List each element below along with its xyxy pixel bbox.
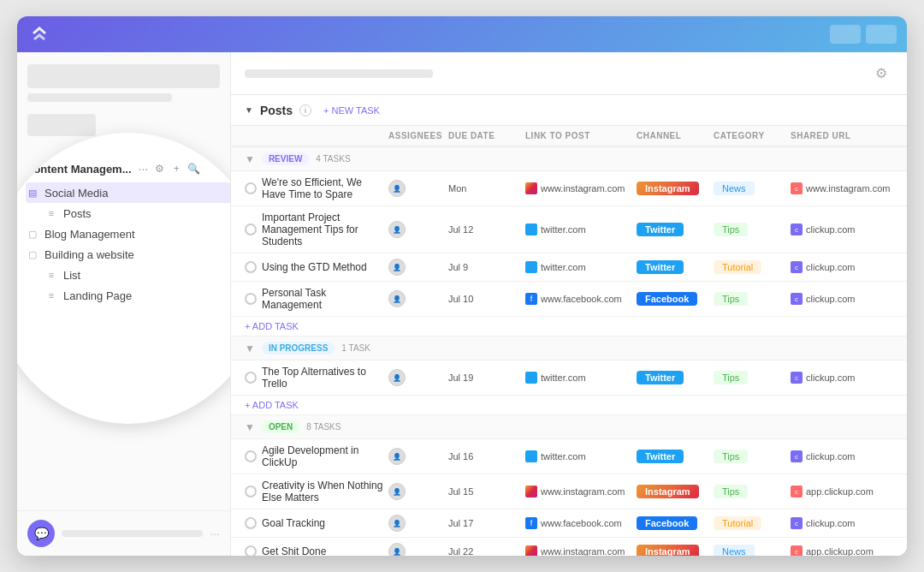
section-title: Posts bbox=[260, 104, 293, 117]
task-status-dot bbox=[245, 261, 257, 273]
sidebar-avatar-button[interactable] bbox=[27, 114, 96, 136]
category-badge: Tutorial bbox=[714, 516, 761, 530]
main-area: Content Managem... ··· ⚙ + 🔍 ▤ Social Me… bbox=[17, 52, 907, 556]
table-row[interactable]: Personal Task Management 👤 Jul 10 f www.… bbox=[231, 282, 907, 317]
task-name: Personal Task Management bbox=[245, 287, 388, 311]
assignee-cell: 👤 bbox=[388, 369, 448, 386]
main-content: ⚙ ▼ Posts i + NEW TASK ASSIGNEES DUE DAT… bbox=[231, 52, 907, 556]
maximize-button[interactable] bbox=[866, 25, 897, 44]
assignee-avatar: 👤 bbox=[388, 180, 406, 197]
chat-bubble[interactable]: 💬 bbox=[27, 520, 55, 547]
folder-icon-2: ▢ bbox=[26, 247, 39, 261]
table-row[interactable]: Agile Development in ClickUp 👤 Jul 16 tw… bbox=[231, 439, 907, 474]
sidebar-search-icon[interactable]: 🔍 bbox=[187, 163, 199, 175]
group-header: ▼ OPEN 8 TASKS bbox=[231, 414, 907, 439]
assignee-avatar: 👤 bbox=[388, 483, 406, 500]
add-task-row[interactable]: + ADD TASK bbox=[231, 317, 907, 336]
link-to-post-cell: twitter.com bbox=[525, 372, 637, 384]
section-info-icon[interactable]: i bbox=[299, 104, 311, 116]
shared-url-cell: c clickup.com bbox=[791, 261, 893, 273]
shared-url-cell: c clickup.com bbox=[791, 517, 893, 529]
sidebar-project-dots[interactable]: ··· bbox=[139, 162, 149, 176]
link-to-post-cell: www.instagram.com bbox=[525, 182, 637, 194]
link-platform-icon bbox=[525, 545, 537, 556]
sidebar-item-landing[interactable]: ≡ Landing Page bbox=[26, 285, 231, 306]
shared-icon-alt: c bbox=[791, 545, 803, 556]
add-task-row[interactable]: + ADD TASK bbox=[231, 396, 907, 414]
section-collapse-arrow[interactable]: ▼ bbox=[245, 105, 253, 115]
list-icon-2: ≡ bbox=[44, 268, 58, 282]
due-date-cell: Jul 16 bbox=[448, 451, 525, 462]
channel-cell: Instagram bbox=[637, 486, 714, 498]
table-container[interactable]: ASSIGNEES DUE DATE LINK TO POST CHANNEL … bbox=[231, 126, 907, 556]
main-header-bar bbox=[245, 69, 433, 78]
folder-closed-icon: ▢ bbox=[26, 227, 39, 241]
table-row[interactable]: Using the GTD Method 👤 Jul 9 twitter.com… bbox=[231, 253, 907, 282]
new-task-button[interactable]: + NEW TASK bbox=[318, 104, 385, 117]
sidebar-item-blog[interactable]: ▢ Blog Management bbox=[26, 223, 231, 244]
task-name: The Top Alternatives to Trello bbox=[245, 366, 388, 390]
link-to-post-cell: f www.facebook.com bbox=[525, 517, 637, 529]
shared-url-cell: c clickup.com bbox=[791, 223, 893, 235]
link-platform-icon: f bbox=[525, 517, 537, 529]
task-name: Using the GTD Method bbox=[245, 261, 388, 273]
main-header: ⚙ bbox=[231, 52, 907, 95]
col-shared-url: SHARED URL bbox=[791, 131, 893, 140]
category-cell: Tips bbox=[714, 372, 791, 384]
channel-badge: Facebook bbox=[637, 292, 697, 306]
table-row[interactable]: Get Shit Done 👤 Jul 22 www.instagram.com… bbox=[231, 538, 907, 556]
table-row[interactable]: We're so Efficient, We Have Time to Spar… bbox=[231, 171, 907, 206]
list-icon-3: ≡ bbox=[44, 289, 58, 302]
shared-icon-main: c bbox=[791, 372, 803, 384]
shared-url-cell: c clickup.com bbox=[791, 450, 893, 462]
channel-cell: Twitter bbox=[637, 450, 714, 462]
assignee-avatar: 👤 bbox=[388, 515, 406, 532]
sidebar-add-icon[interactable]: + bbox=[170, 163, 182, 175]
assignee-avatar: 👤 bbox=[388, 369, 406, 386]
assignee-avatar: 👤 bbox=[388, 259, 406, 276]
group-status-badge: OPEN bbox=[262, 420, 299, 433]
table-row[interactable]: The Top Alternatives to Trello 👤 Jul 19 … bbox=[231, 360, 907, 396]
category-cell: News bbox=[714, 545, 791, 556]
category-badge: Tutorial bbox=[714, 260, 761, 274]
col-channel: CHANNEL bbox=[637, 131, 714, 140]
sidebar-item-website[interactable]: ▢ Building a website ··· bbox=[26, 244, 231, 265]
main-toolbar: ▼ Posts i + NEW TASK bbox=[231, 95, 907, 126]
shared-icon-main: c bbox=[791, 261, 803, 273]
group-collapse-icon[interactable]: ▼ bbox=[245, 343, 255, 355]
folder-open-icon: ▤ bbox=[26, 186, 39, 200]
sidebar-settings-icon[interactable]: ⚙ bbox=[153, 163, 165, 175]
assignee-cell: 👤 bbox=[388, 259, 448, 276]
link-to-post-cell: www.instagram.com bbox=[525, 545, 637, 556]
sidebar-item-social-media[interactable]: ▤ Social Media ··· bbox=[26, 182, 231, 203]
group-collapse-icon[interactable]: ▼ bbox=[245, 153, 255, 165]
task-name: Agile Development in ClickUp bbox=[245, 444, 388, 468]
due-date-cell: Jul 9 bbox=[448, 262, 525, 272]
due-date-cell: Jul 10 bbox=[448, 294, 525, 304]
task-name: Important Project Management Tips for St… bbox=[245, 212, 388, 247]
group-collapse-icon[interactable]: ▼ bbox=[245, 421, 255, 433]
category-cell: Tips bbox=[714, 223, 791, 235]
assignee-avatar: 👤 bbox=[388, 448, 406, 465]
group-status-badge: REVIEW bbox=[262, 152, 309, 165]
assignee-avatar: 👤 bbox=[388, 221, 406, 238]
minimize-button[interactable] bbox=[830, 25, 861, 44]
settings-icon[interactable]: ⚙ bbox=[869, 62, 893, 86]
shared-icon-alt: c bbox=[791, 182, 803, 194]
table-row[interactable]: Important Project Management Tips for St… bbox=[231, 206, 907, 253]
table-row[interactable]: Goal Tracking 👤 Jul 17 f www.facebook.co… bbox=[231, 509, 907, 538]
sidebar-bottom-dots[interactable]: ··· bbox=[210, 527, 220, 540]
due-date-cell: Jul 22 bbox=[448, 546, 525, 556]
sidebar-item-posts[interactable]: ≡ Posts 13 bbox=[26, 203, 231, 223]
table-row[interactable]: Creativity is When Nothing Else Matters … bbox=[231, 474, 907, 509]
table-header: ASSIGNEES DUE DATE LINK TO POST CHANNEL … bbox=[231, 126, 907, 146]
assignee-cell: 👤 bbox=[388, 543, 448, 556]
sidebar-search-area bbox=[17, 52, 230, 109]
channel-badge: Twitter bbox=[637, 371, 684, 384]
task-status-dot bbox=[245, 293, 257, 305]
sidebar-item-list-label: List bbox=[63, 269, 231, 282]
app-logo bbox=[27, 22, 51, 46]
shared-url-cell: c clickup.com bbox=[791, 293, 893, 305]
sidebar-item-list[interactable]: ≡ List bbox=[26, 265, 231, 285]
link-platform-icon bbox=[525, 486, 537, 498]
